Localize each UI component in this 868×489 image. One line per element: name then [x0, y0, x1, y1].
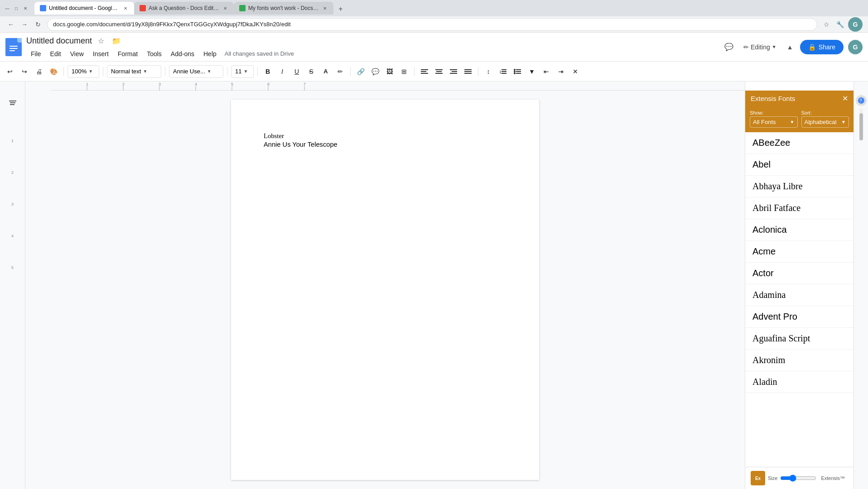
- font-item[interactable]: ABeeZee: [745, 132, 854, 154]
- tab-gdoc[interactable]: Untitled document - Google Do... ✕: [34, 2, 134, 14]
- font-item[interactable]: Abril Fatface: [745, 197, 854, 219]
- menu-insert[interactable]: Insert: [88, 48, 113, 59]
- show-label: Show:: [750, 110, 798, 115]
- clear-formatting-button[interactable]: ✕: [569, 65, 582, 78]
- refresh-button[interactable]: ↻: [33, 19, 43, 30]
- menu-tools[interactable]: Tools: [142, 48, 166, 59]
- align-center-button[interactable]: [433, 65, 445, 78]
- menu-help[interactable]: Help: [199, 48, 221, 59]
- star-icon[interactable]: ☆: [95, 35, 107, 48]
- doc-content[interactable]: Lobster Annie Us Your Telescope: [264, 132, 506, 148]
- tab-title-gfonts: My fonts won't work - Docs Edit...: [248, 5, 319, 11]
- font-list: ABeeZeeAbelAbhaya LibreAbril FatfaceAclo…: [745, 132, 854, 467]
- svg-text:5: 5: [231, 82, 233, 86]
- scrollbar-thumb[interactable]: [859, 113, 863, 140]
- document-page: Lobster Annie Us Your Telescope: [231, 100, 539, 480]
- indent-more-button[interactable]: ⊞: [398, 65, 410, 78]
- bullet-list-button[interactable]: [511, 65, 524, 78]
- font-item[interactable]: Akronim: [745, 350, 854, 371]
- tab-gqa[interactable]: Ask a Question - Docs Editors C... ✕: [134, 2, 234, 14]
- toolbar-sep-5: [257, 67, 258, 76]
- undo-button[interactable]: ↩: [4, 65, 16, 78]
- redo-button[interactable]: ↪: [18, 65, 31, 78]
- bookmark-icon[interactable]: ☆: [821, 19, 832, 30]
- size-value: 11: [235, 68, 241, 75]
- user-avatar[interactable]: G: [848, 40, 863, 54]
- new-tab-button[interactable]: +: [335, 4, 346, 14]
- toolbar-sep-6: [350, 67, 351, 76]
- font-item[interactable]: Adamina: [745, 284, 854, 306]
- share-button[interactable]: 🔒 Share: [800, 40, 844, 54]
- folder-icon[interactable]: 📁: [110, 35, 123, 48]
- menu-view[interactable]: View: [66, 48, 88, 59]
- image-button[interactable]: 🖼: [383, 65, 396, 78]
- doc-line-1: [10, 46, 18, 47]
- extensis-filters: Show: All Fonts ▼ Sort: Alphabetical ▼: [745, 106, 854, 132]
- editing-mode-selector[interactable]: ✏ Editing ▼: [740, 42, 780, 53]
- outline-icon[interactable]: [5, 95, 21, 111]
- align-right-button[interactable]: [447, 65, 460, 78]
- back-button[interactable]: ←: [5, 19, 16, 30]
- font-item[interactable]: Acme: [745, 241, 854, 263]
- svg-rect-38: [10, 104, 14, 105]
- bold-button[interactable]: B: [261, 65, 274, 78]
- minimize-btn[interactable]: —: [4, 5, 11, 12]
- comment-button[interactable]: 💬: [369, 65, 381, 78]
- font-item[interactable]: Actor: [745, 263, 854, 284]
- text-color-button[interactable]: A: [319, 65, 332, 78]
- extensions-icon[interactable]: 🔧: [834, 19, 845, 30]
- expand-icon[interactable]: ▲: [785, 42, 796, 53]
- show-selector[interactable]: All Fonts ▼: [750, 116, 798, 128]
- link-button[interactable]: 🔗: [354, 65, 367, 78]
- bullet-chevron-icon[interactable]: ▼: [526, 65, 538, 78]
- decrease-indent-button[interactable]: ⇤: [540, 65, 553, 78]
- menu-file[interactable]: File: [26, 48, 46, 59]
- maximize-btn[interactable]: □: [13, 5, 20, 12]
- font-item[interactable]: Aclonica: [745, 219, 854, 241]
- extensis-footer: Ex Size Extensis™: [745, 467, 854, 489]
- close-btn[interactable]: ✕: [22, 5, 29, 12]
- font-item[interactable]: Abhaya Libre: [745, 176, 854, 197]
- doc-title[interactable]: Untitled document: [26, 36, 92, 46]
- strikethrough-button[interactable]: S: [305, 65, 318, 78]
- url-input[interactable]: docs.google.com/document/d/19yX8j8n9FKkx…: [47, 18, 817, 31]
- tab-close-gqa[interactable]: ✕: [222, 5, 228, 12]
- svg-rect-2: [421, 73, 428, 74]
- menu-addons[interactable]: Add-ons: [166, 48, 199, 59]
- highlight-button[interactable]: ✏: [334, 65, 347, 78]
- font-item[interactable]: Aladin: [745, 371, 854, 393]
- menu-edit[interactable]: Edit: [46, 48, 66, 59]
- italic-button[interactable]: I: [276, 65, 289, 78]
- left-sidebar: 1 2 3 4 5: [0, 91, 25, 489]
- scrollbar-track[interactable]: [859, 109, 863, 140]
- align-left-button[interactable]: [418, 65, 431, 78]
- underline-button[interactable]: U: [290, 65, 303, 78]
- menu-format[interactable]: Format: [113, 48, 142, 59]
- font-selector[interactable]: Annie Use... ▼: [169, 65, 223, 78]
- nav-controls: ← → ↻: [5, 19, 43, 30]
- extensis-close-button[interactable]: ✕: [842, 94, 848, 103]
- print-button[interactable]: 🖨: [33, 65, 45, 78]
- document-area[interactable]: Lobster Annie Us Your Telescope: [25, 91, 745, 489]
- paint-format-button[interactable]: 🎨: [47, 65, 60, 78]
- line-spacing-button[interactable]: ↕: [482, 65, 495, 78]
- comments-icon[interactable]: 💬: [723, 41, 735, 53]
- forward-button[interactable]: →: [19, 19, 30, 30]
- window-controls: — □ ✕: [4, 5, 29, 12]
- font-item[interactable]: Aguafina Script: [745, 328, 854, 350]
- tab-gfonts[interactable]: My fonts won't work - Docs Edit... ✕: [234, 2, 333, 14]
- justify-button[interactable]: [462, 65, 474, 78]
- style-selector[interactable]: Normal text ▼: [107, 65, 161, 78]
- svg-rect-7: [452, 71, 457, 72]
- tab-close-gfonts[interactable]: ✕: [322, 5, 328, 12]
- size-slider[interactable]: [780, 475, 816, 482]
- font-item[interactable]: Abel: [745, 154, 854, 176]
- zoom-selector[interactable]: 100% ▼: [68, 65, 99, 78]
- font-item[interactable]: Advent Pro: [745, 306, 854, 328]
- sort-selector[interactable]: Alphabetical ▼: [801, 116, 849, 128]
- size-selector[interactable]: 11 ▼: [231, 65, 254, 78]
- ordered-list-button[interactable]: 1.: [497, 65, 509, 78]
- tab-close-gdoc[interactable]: ✕: [122, 5, 129, 12]
- increase-indent-button[interactable]: ⇥: [555, 65, 567, 78]
- profile-avatar[interactable]: G: [848, 17, 863, 32]
